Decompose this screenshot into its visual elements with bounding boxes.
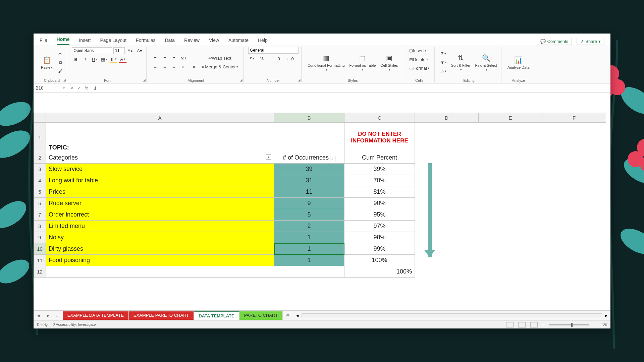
comma-icon[interactable]: , [267,55,275,62]
category-cell[interactable]: Prices [46,186,274,198]
decrease-decimal-icon[interactable]: ←.0 [286,55,294,62]
share-button[interactable]: ↗ Share ▾ [577,38,604,45]
row-header-3[interactable]: 3 [34,164,46,175]
cancel-formula-icon[interactable]: ✕ [70,85,74,90]
sheet-tab[interactable]: DATA TEMPLATE [194,311,239,320]
name-box[interactable]: B10▾ [34,85,67,91]
tab-automate[interactable]: Automate [228,38,249,45]
hscroll-track[interactable] [302,313,602,318]
tab-nav-prev[interactable]: ◄ [34,313,43,318]
format-cells-button[interactable]: ▭ Format [407,64,432,72]
merge-center-button[interactable]: ⬌ Merge & Center [199,63,240,70]
align-left-icon[interactable]: ≡ [151,63,159,70]
analyze-data-button[interactable]: 📊Analyze Data [506,55,531,70]
decrease-font-icon[interactable]: A▾ [136,47,144,54]
occurrence-cell[interactable]: 11 [274,186,344,198]
find-select-button[interactable]: 🔍Find & Select [474,53,498,72]
col-header-B[interactable]: B [274,113,344,123]
cut-button[interactable]: ✂ [56,50,64,57]
col-header-F[interactable]: F [542,113,606,123]
tab-formulas[interactable]: Formulas [136,38,155,45]
category-cell[interactable]: Rude server [46,198,274,209]
occurrence-cell[interactable]: 1 [274,232,344,243]
tab-nav-next[interactable]: ► [43,313,53,318]
align-bottom-icon[interactable]: ≡ [170,54,178,62]
occurrence-cell[interactable]: 39 [274,164,344,175]
tab-page-layout[interactable]: Page Layout [100,38,126,45]
tab-view[interactable]: View [209,38,219,45]
occurrence-cell[interactable]: 1 [274,243,344,255]
category-cell[interactable]: Long wait for table [46,175,274,186]
enter-formula-icon[interactable]: ✓ [77,85,81,90]
format-as-table-button[interactable]: ▤Format as Table [348,53,377,72]
conditional-formatting-button[interactable]: ▦Conditional Formatting [306,53,346,72]
clear-icon[interactable]: ◇ [439,67,447,75]
autosum-icon[interactable]: Σ [439,50,447,57]
occurrence-cell[interactable]: 9 [274,198,344,209]
zoom-slider[interactable] [549,324,589,325]
formula-input[interactable]: 1 [91,85,610,91]
status-accessibility[interactable]: ⚲ Accessibility: Investigate [52,322,96,327]
cum-percent-cell[interactable]: 39% [344,164,415,175]
align-center-icon[interactable]: ≡ [161,63,169,70]
cum-percent-cell[interactable]: 81% [344,186,415,198]
row-header-2[interactable]: 2 [34,152,46,164]
format-painter-button[interactable]: 🖌 [56,67,64,75]
fill-icon[interactable]: ▼ [439,59,447,66]
zoom-out-icon[interactable]: − [542,323,544,327]
align-middle-icon[interactable]: ≡ [161,54,169,62]
view-page-layout-icon[interactable] [518,322,526,327]
cum-percent-cell[interactable]: 90% [344,198,415,209]
tab-data[interactable]: Data [165,38,175,45]
tab-insert[interactable]: Insert [79,38,91,45]
cum-percent-cell[interactable]: 70% [344,175,415,186]
italic-button[interactable]: I [81,56,89,63]
insert-cells-button[interactable]: ⊞ Insert [407,47,429,54]
percent-icon[interactable]: % [258,55,266,62]
hscroll-right-icon[interactable]: ► [604,313,608,318]
row-header-9[interactable]: 9 [34,232,46,243]
category-cell[interactable]: Food poisoning [46,255,274,266]
sheet-tab[interactable]: EXAMPLE PARETO CHART [129,311,194,320]
col-header-D[interactable]: D [415,113,479,123]
fill-color-button[interactable]: ◧ [109,56,117,63]
cum-percent-cell[interactable]: 95% [344,209,415,221]
category-cell[interactable]: Limited menu [46,221,274,232]
view-page-break-icon[interactable] [530,322,538,327]
cum-percent-cell[interactable]: 97% [344,221,415,232]
view-normal-icon[interactable] [506,322,514,327]
occurrence-cell[interactable]: 2 [274,221,344,232]
col-header-E[interactable]: E [479,113,542,123]
category-cell[interactable]: Order incorrect [46,209,274,221]
zoom-in-icon[interactable]: + [594,323,596,327]
row-header-8[interactable]: 8 [34,221,46,232]
cum-percent-cell[interactable]: 98% [344,232,415,243]
cum-percent-cell[interactable]: 99% [344,243,415,255]
cell-styles-button[interactable]: ▣Cell Styles [379,53,399,72]
tab-nav-more[interactable]: … [53,313,63,318]
bold-button[interactable]: B [72,56,80,63]
number-dialog-icon[interactable]: ◢ [298,78,301,82]
font-color-button[interactable]: A [119,56,127,63]
comments-button[interactable]: 💬 Comments [537,38,572,45]
tab-home[interactable]: Home [57,37,70,45]
tab-review[interactable]: Review [184,38,200,45]
font-size-input[interactable] [113,47,125,54]
category-cell[interactable]: Dirty glasses [46,243,274,255]
increase-decimal-icon[interactable]: .0→ [276,55,284,62]
sort-desc-icon[interactable]: ↓ [330,156,335,161]
underline-button[interactable]: U [91,56,99,63]
row-header-10[interactable]: 10 [34,243,46,255]
hscroll-left-icon[interactable]: ◄ [295,313,300,318]
tab-help[interactable]: Help [258,38,268,45]
row-header-11[interactable]: 11 [34,255,46,266]
sheet-tab[interactable]: PARETO CHART [239,311,283,320]
alignment-dialog-icon[interactable]: ◢ [240,78,243,82]
orientation-icon[interactable]: ⤭ [179,54,187,62]
worksheet-grid[interactable]: A B C D E F 1 TOPIC: DO NOT ENTER INFORM… [34,113,610,310]
number-format-input[interactable] [248,47,299,54]
total-percent-cell[interactable]: 100% [344,266,415,278]
col-header-C[interactable]: C [344,113,415,123]
category-cell[interactable]: Slow service [46,164,274,175]
col-header-A[interactable]: A [46,113,274,123]
